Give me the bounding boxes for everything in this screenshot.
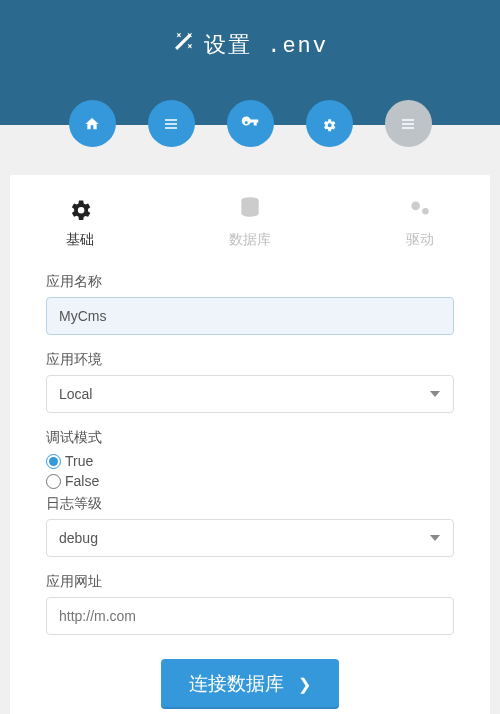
gear-icon [66,195,94,227]
connect-database-label: 连接数据库 [189,671,284,697]
tab-driver-label: 驱动 [406,231,434,249]
appname-input[interactable] [46,297,454,335]
loglevel-select[interactable]: debug [46,519,454,557]
tab-basic[interactable]: 基础 [66,195,94,249]
tab-database[interactable]: 数据库 [229,195,271,249]
chevron-right-icon: ❯ [298,675,311,694]
wand-icon [172,31,194,60]
tab-database-label: 数据库 [229,231,271,249]
tab-driver[interactable]: 驱动 [406,195,434,249]
appenv-label: 应用环境 [46,351,454,369]
form-group-loglevel: 日志等级 debug [46,495,454,557]
database-icon [229,195,271,227]
tabs: 基础 数据库 驱动 [46,195,454,273]
debug-false-item[interactable]: False [46,473,454,489]
nav-key[interactable] [227,100,274,147]
debug-false-label: False [65,473,99,489]
appenv-select[interactable]: Local [46,375,454,413]
card: 基础 数据库 驱动 应用名称 应用环境 Local 调试模式 True [10,175,490,714]
appurl-input[interactable] [46,597,454,635]
header-title: 设置 .env [0,0,500,60]
header-title-text: 设置 .env [204,30,328,60]
debug-false-radio[interactable] [46,474,61,489]
nav-gear[interactable] [306,100,353,147]
form-group-appname: 应用名称 [46,273,454,335]
connect-database-button[interactable]: 连接数据库 ❯ [161,659,339,709]
nav-lines [385,100,432,147]
nav-list[interactable] [148,100,195,147]
form-group-appurl: 应用网址 [46,573,454,635]
gears-icon [406,195,434,227]
debug-true-item[interactable]: True [46,453,454,469]
form-group-appenv: 应用环境 Local [46,351,454,413]
debug-true-radio[interactable] [46,454,61,469]
tab-basic-label: 基础 [66,231,94,249]
appname-label: 应用名称 [46,273,454,291]
loglevel-label: 日志等级 [46,495,454,513]
debug-true-label: True [65,453,93,469]
form-group-debug: 调试模式 True False [46,429,454,489]
appurl-label: 应用网址 [46,573,454,591]
nav-home[interactable] [69,100,116,147]
nav-circles [0,100,500,147]
svg-point-1 [411,202,420,211]
svg-point-2 [422,208,429,215]
debug-label: 调试模式 [46,429,454,447]
